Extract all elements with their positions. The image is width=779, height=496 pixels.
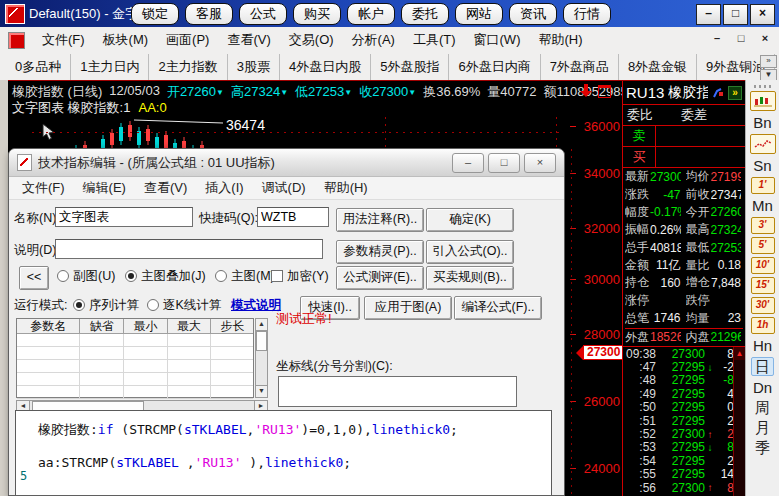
menu-window[interactable]: 窗口(W)	[465, 28, 530, 52]
dialog-menu-file[interactable]: 文件(F)	[13, 177, 74, 199]
menu-view[interactable]: 查看(V)	[218, 28, 279, 52]
column-header[interactable]: 步长	[211, 319, 253, 334]
period-3min-button[interactable]: 3'	[751, 217, 775, 234]
column-header[interactable]: 最大	[168, 319, 212, 334]
period-dn-button[interactable]: Dn	[750, 379, 775, 396]
candlestick-chart-icon[interactable]	[750, 91, 776, 111]
overlay-radio-label[interactable]: 主图叠加(J)	[141, 268, 206, 285]
menu-sectors[interactable]: 板块(M)	[94, 28, 158, 52]
usage-notes-button[interactable]: 用法注释(R)..	[336, 208, 424, 232]
dialog-menu-insert[interactable]: 插入(I)	[196, 177, 252, 199]
apply-to-chart-button[interactable]: 应用于图(A)	[364, 296, 452, 320]
collapse-button[interactable]: <<	[19, 266, 49, 290]
param-wizard-button[interactable]: 参数精灵(P)..	[336, 240, 424, 264]
dialog-restore-icon[interactable]: □	[488, 153, 520, 173]
period-1min-button[interactable]: 1'	[751, 177, 775, 194]
scroll-up-icon[interactable]: ▲	[256, 319, 267, 331]
period-bn-button[interactable]: Bn	[750, 114, 774, 131]
tab-foreign-commodity-intraday[interactable]: 6外盘日内商	[449, 54, 540, 80]
tab-foreign-commodity[interactable]: 7外盘商品	[541, 54, 619, 80]
dialog-close-icon[interactable]: ×	[524, 153, 556, 173]
period-hn-button[interactable]: Hn	[750, 337, 775, 354]
coordinate-lines-input[interactable]	[278, 376, 517, 407]
tab-main-index[interactable]: 2主力指数	[149, 54, 227, 80]
dialog-menu-help[interactable]: 帮助(H)	[315, 177, 377, 199]
tab-foreign-metals[interactable]: 8外盘金银	[619, 54, 697, 80]
encrypt-checkbox[interactable]	[271, 270, 283, 282]
scrollbar-thumb[interactable]	[256, 331, 267, 351]
period-quarterly-button[interactable]: 季	[752, 439, 773, 456]
tab-foreign-index[interactable]: 5外盘股指	[371, 54, 449, 80]
close-icon[interactable]: ×	[750, 4, 775, 25]
param-table-vscrollbar[interactable]: ▲ ▼	[255, 318, 268, 398]
period-monthly-button[interactable]: 月	[752, 419, 773, 436]
menu-tools[interactable]: 工具(T)	[404, 28, 465, 52]
period-sn-button[interactable]: Sn	[750, 157, 774, 174]
lock-button[interactable]: 锁定	[131, 3, 179, 25]
tab-stocks[interactable]: 3股票	[228, 54, 280, 80]
purchase-button[interactable]: 购买	[293, 3, 341, 25]
shortcut-input[interactable]	[257, 207, 329, 227]
period-daily-button[interactable]: 日	[751, 357, 774, 376]
account-button[interactable]: 帐户	[347, 3, 395, 25]
series-calc-radio[interactable]	[73, 299, 85, 311]
ok-button[interactable]: 确定(K)	[426, 208, 514, 232]
overlay-radio[interactable]	[125, 270, 137, 282]
scroll-up-icon[interactable]: ▲	[734, 347, 745, 360]
menu-help[interactable]: 帮助(H)	[529, 28, 591, 52]
maximize-icon[interactable]: □	[723, 4, 748, 25]
dialog-titlebar[interactable]: 技术指标编辑 - (所属公式组 : 01 UU指标) – □ ×	[9, 149, 564, 177]
scroll-down-icon[interactable]: ▼	[256, 385, 267, 397]
formula-button[interactable]: 公式	[239, 3, 287, 25]
quotes-button[interactable]: 行情	[563, 3, 611, 25]
period-15min-button[interactable]: 15'	[751, 277, 775, 294]
period-mn-button[interactable]: Mn	[749, 197, 776, 214]
mainchart-radio-label[interactable]: 主图(M)	[231, 268, 275, 285]
maximize-pane-icon[interactable]	[598, 85, 611, 98]
dialog-menu-debug[interactable]: 调试(D)	[253, 177, 315, 199]
period-1hour-button[interactable]: 1h	[751, 317, 775, 334]
period-5min-button[interactable]: 5'	[751, 237, 775, 254]
menu-analysis[interactable]: 分析(A)	[343, 28, 404, 52]
mdi-restore-icon[interactable]: □	[733, 32, 749, 44]
formula-test-button[interactable]: 公式测评(E)..	[336, 266, 424, 290]
expand-up-icon[interactable]: »	[728, 86, 742, 100]
dialog-minimize-icon[interactable]: –	[452, 153, 484, 173]
tab-multi[interactable]: 0多品种	[6, 54, 71, 80]
support-button[interactable]: 客服	[185, 3, 233, 25]
period-10min-button[interactable]: 10'	[751, 257, 775, 274]
kline-calc-radio[interactable]	[147, 299, 159, 311]
kline-calc-label[interactable]: 逐K线计算	[163, 297, 221, 314]
formula-code-editor[interactable]: 橡胶指数:if (STRCMP(sTKLABEL,'RU13')=0,1,0),…	[15, 410, 552, 496]
mode-help-link[interactable]: 模式说明	[231, 297, 281, 314]
import-formula-button[interactable]: 引入公式(O)..	[426, 240, 514, 264]
delegate-button[interactable]: 委托	[401, 3, 449, 25]
series-calc-label[interactable]: 序列计算	[89, 297, 139, 314]
name-input[interactable]	[55, 207, 193, 227]
subchart-radio[interactable]	[57, 270, 69, 282]
minimize-icon[interactable]: –	[696, 4, 721, 25]
menu-file[interactable]: 文件(F)	[33, 28, 94, 52]
menu-screen[interactable]: 画面(P)	[157, 28, 218, 52]
toolbar-grip[interactable]	[754, 85, 772, 88]
mdi-close-icon[interactable]: ×	[757, 32, 773, 44]
news-button[interactable]: 资讯	[509, 3, 557, 25]
tick-scrollbar[interactable]: ▲	[733, 347, 745, 496]
tab-foreign-stock-intraday[interactable]: 4外盘日内股	[280, 54, 371, 80]
mdi-minimize-icon[interactable]: –	[709, 32, 725, 44]
menu-trade[interactable]: 交易(O)	[280, 28, 343, 52]
mainchart-radio[interactable]	[215, 270, 227, 282]
tab-main-intraday[interactable]: 1主力日内	[71, 54, 149, 80]
subchart-radio-label[interactable]: 副图(U)	[73, 268, 115, 285]
tick-chart-icon[interactable]	[750, 134, 776, 154]
website-button[interactable]: 网站	[455, 3, 503, 25]
tab-overflow-icon[interactable]: »	[760, 55, 777, 68]
compile-formula-button[interactable]: 编译公式(F)..	[454, 296, 542, 320]
period-weekly-button[interactable]: 周	[752, 399, 773, 416]
period-down-icon[interactable]	[580, 84, 592, 98]
column-header[interactable]: 参数名	[17, 319, 80, 334]
period-30min-button[interactable]: 30'	[751, 297, 775, 314]
trade-rules-button[interactable]: 买卖规则(B)..	[426, 266, 514, 290]
encrypt-checkbox-label[interactable]: 加密(Y)	[287, 268, 329, 285]
column-header[interactable]: 缺省	[80, 319, 124, 334]
